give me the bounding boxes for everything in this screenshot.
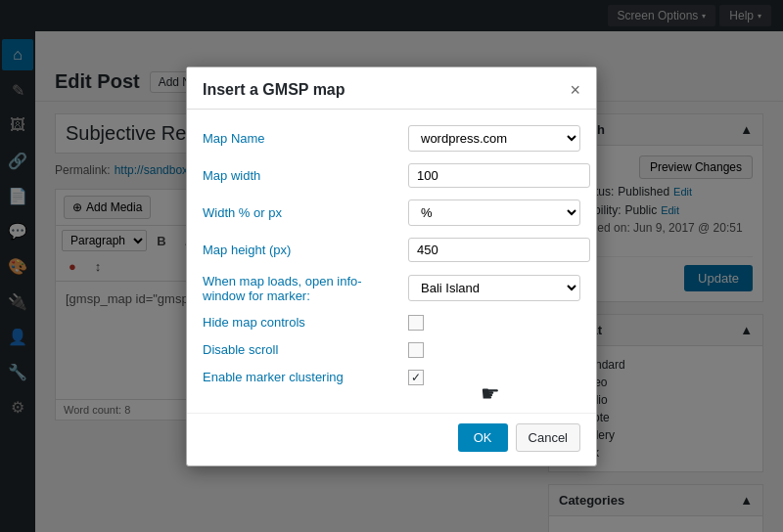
width-unit-row: Width % or px % px [203,200,580,226]
map-name-row: Map Name wordpress.com [203,125,580,152]
map-height-label: Map height (px) [203,243,398,257]
modal-footer: OK Cancel [187,413,596,466]
map-height-row: Map height (px) [203,238,580,262]
info-window-label: When map loads, open info-window for mar… [203,274,398,303]
map-width-input[interactable] [408,163,590,188]
marker-clustering-row: Enable marker clustering ✓ [203,370,580,385]
map-name-select[interactable]: wordpress.com [408,125,580,152]
modal-ok-button[interactable]: OK [458,423,508,452]
map-width-row: Map width [203,163,580,188]
modal-header: Insert a GMSP map × [187,67,596,110]
marker-clustering-label: Enable marker clustering [203,370,398,384]
map-height-input[interactable] [408,238,590,262]
modal-body: Map Name wordpress.com Map width Width %… [187,110,596,413]
disable-scroll-label: Disable scroll [203,342,398,357]
hide-controls-label: Hide map controls [203,315,398,330]
marker-clustering-checkbox[interactable]: ✓ [408,370,424,385]
map-width-label: Map width [203,168,398,183]
modal-overlay[interactable]: Insert a GMSP map × Map Name wordpress.c… [0,0,783,532]
modal-cancel-button[interactable]: Cancel [516,423,580,452]
info-window-select[interactable]: Bali Island [408,275,580,301]
modal-close-button[interactable]: × [570,81,580,99]
disable-scroll-checkbox[interactable] [408,342,424,358]
disable-scroll-row: Disable scroll [203,342,580,358]
insert-gmsp-modal: Insert a GMSP map × Map Name wordpress.c… [186,66,597,466]
info-window-row: When map loads, open info-window for mar… [203,274,580,303]
modal-title: Insert a GMSP map [203,81,345,99]
width-unit-label: Width % or px [203,205,398,220]
hide-controls-row: Hide map controls [203,315,580,331]
width-unit-select[interactable]: % px [408,200,580,226]
map-name-label: Map Name [203,131,398,146]
hide-controls-checkbox[interactable] [408,315,424,331]
checkmark-icon: ✓ [411,371,421,384]
